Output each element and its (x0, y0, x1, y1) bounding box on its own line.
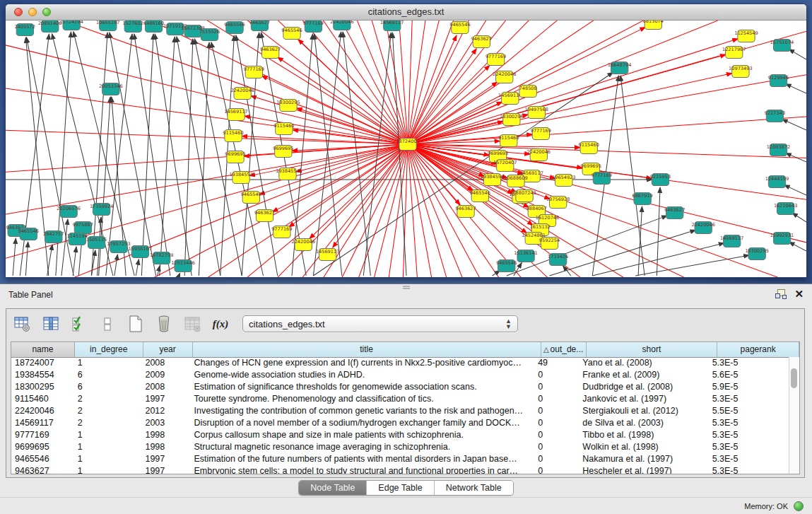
network-node[interactable]: 9115460 (579, 142, 599, 154)
network-node[interactable]: 2405572 (15, 24, 35, 36)
table-row[interactable]: 946362711997Embryonic stem cells: a mode… (11, 465, 789, 474)
network-node[interactable]: 9465546 (449, 22, 470, 34)
network-node[interactable]: 18300295 (276, 100, 300, 112)
table-vertical-scrollbar[interactable] (789, 357, 799, 474)
network-node[interactable]: 11254549 (734, 30, 758, 42)
network-node[interactable]: 2942757 (43, 231, 64, 243)
network-node[interactable]: 9777169 (303, 21, 324, 33)
table-row[interactable]: 1872400712008Changes of HCN gene express… (11, 357, 789, 369)
network-node[interactable]: 19756928 (546, 197, 570, 209)
network-node[interactable]: 19654923 (552, 175, 575, 187)
network-node[interactable]: 15720407 (493, 160, 517, 172)
table-select-dropdown[interactable]: citations_edges.txt ▲▼ (242, 315, 518, 332)
network-node[interactable]: 9465546 (496, 260, 517, 272)
network-node[interactable]: 9465546 (18, 228, 39, 240)
delete-column-button[interactable] (155, 315, 173, 333)
network-node[interactable]: 9115460 (498, 135, 519, 147)
network-node[interactable]: 22420046 (493, 71, 516, 83)
network-node[interactable]: 9463627 (249, 21, 270, 31)
scrollbar-thumb[interactable] (791, 368, 797, 388)
network-node[interactable]: 19384554 (481, 174, 504, 186)
network-node[interactable]: 19497568 (525, 107, 548, 119)
network-node[interactable]: 1145194 (67, 233, 88, 245)
network-node[interactable]: 14569117 (720, 235, 743, 247)
network-node[interactable]: 9777169 (271, 226, 292, 238)
network-node[interactable]: 9115460 (223, 130, 243, 142)
network-node[interactable]: 18807243 (512, 190, 536, 202)
network-node[interactable]: 9592254 (539, 238, 560, 250)
network-node[interactable]: 19384554 (229, 172, 252, 184)
table-row[interactable]: 1938455462009Genome-wide association stu… (11, 369, 789, 381)
network-node[interactable]: 9115460 (273, 123, 294, 135)
network-node[interactable]: 9227343 (765, 110, 785, 122)
network-node[interactable]: 14569117 (498, 93, 522, 105)
network-node[interactable]: 14569117 (380, 21, 404, 31)
network-canvas[interactable]: 1872400794655469463627977716922420046145… (6, 21, 806, 277)
table-row[interactable]: 911546021997Tourette syndrome. Phenomeno… (11, 393, 789, 405)
network-node[interactable]: 9699695 (225, 151, 245, 163)
function-builder-button[interactable]: f(x) (211, 315, 230, 333)
network-node[interactable]: 22420046 (291, 239, 314, 251)
network-node[interactable]: 18300295 (745, 248, 768, 260)
network-node[interactable]: 15136141 (514, 250, 537, 262)
network-node[interactable]: 9465546 (241, 192, 261, 204)
network-node[interactable]: 9699695 (273, 146, 293, 158)
float-panel-icon[interactable] (775, 289, 786, 299)
network-node[interactable]: 1733426 (548, 254, 568, 266)
network-node[interactable]: 9777169 (592, 173, 612, 185)
network-node[interactable]: 12923446 (171, 260, 194, 272)
network-node[interactable]: 748508 (519, 86, 537, 98)
column-header-title[interactable]: title (193, 342, 541, 357)
network-node[interactable]: 9777169 (486, 54, 506, 66)
network-node[interactable]: 17359924 (90, 204, 113, 216)
network-node[interactable]: 14569117 (316, 249, 339, 261)
network-node[interactable]: 9463627 (471, 36, 492, 48)
network-node[interactable]: 6486160 (143, 21, 164, 33)
network-node[interactable]: 9465546 (470, 190, 490, 202)
table-row[interactable]: 946554611997Estimation of the future num… (11, 453, 789, 465)
network-node[interactable]: 15958167 (129, 246, 152, 258)
network-node[interactable]: 9215953 (650, 174, 671, 186)
network-node[interactable]: 18724007 (396, 139, 419, 151)
column-header-short[interactable]: short (587, 342, 718, 357)
column-header-year[interactable]: year (143, 342, 193, 357)
network-node[interactable]: 12444159 (765, 176, 789, 188)
network-node[interactable]: 1505135 (86, 237, 107, 249)
close-panel-icon[interactable]: ✕ (794, 289, 804, 299)
network-node[interactable]: 9463627 (260, 47, 281, 59)
network-node[interactable]: 22420046 (527, 149, 551, 161)
network-node[interactable]: 9777169 (531, 128, 551, 140)
network-node[interactable]: 10655287 (96, 21, 119, 31)
table-row[interactable]: 2242004622012Investigating the contribut… (11, 405, 789, 417)
network-node[interactable]: 19384554 (276, 168, 299, 180)
network-node[interactable]: 20891406 (38, 21, 61, 33)
network-node[interactable]: 12217987 (722, 47, 746, 59)
new-column-button[interactable] (126, 315, 145, 333)
network-node[interactable]: 9465546 (224, 22, 245, 34)
network-node[interactable]: 20206576 (57, 206, 80, 218)
column-header-in_degree[interactable]: in_degree (75, 342, 143, 357)
network-node[interactable]: 8813074 (643, 21, 664, 30)
network-node[interactable]: 12093872 (767, 144, 790, 156)
network-node[interactable]: 10973493 (729, 66, 752, 78)
network-node[interactable]: 20053346 (99, 83, 122, 95)
network-node[interactable]: 9463627 (664, 207, 685, 219)
network-node[interactable]: 22420046 (691, 222, 714, 234)
table-row[interactable]: 1456911722003Disruption of a novel membe… (11, 417, 789, 429)
network-node[interactable]: 9465546 (281, 28, 302, 40)
select-all-button[interactable] (70, 315, 88, 333)
network-node[interactable]: 15724194 (59, 21, 83, 30)
network-node[interactable]: 15751074 (770, 40, 794, 52)
network-node[interactable]: 9463627 (254, 210, 275, 222)
network-node[interactable]: 9463627 (455, 206, 476, 218)
network-node[interactable]: 16210643 (774, 203, 797, 215)
show-column-button[interactable] (42, 315, 60, 333)
table-row[interactable]: 977716911998Corpus callosum shape and si… (11, 429, 789, 441)
column-header-name[interactable]: name (11, 342, 75, 357)
column-header-pagerank[interactable]: pagerank (717, 342, 799, 357)
column-header-out_de[interactable]: △out_de... (541, 342, 587, 357)
network-node[interactable]: 22420046 (230, 88, 254, 100)
network-node[interactable]: 17957253 (107, 241, 130, 253)
network-node[interactable]: 1527602 (123, 21, 143, 33)
network-node[interactable]: 16782759 (150, 252, 173, 264)
